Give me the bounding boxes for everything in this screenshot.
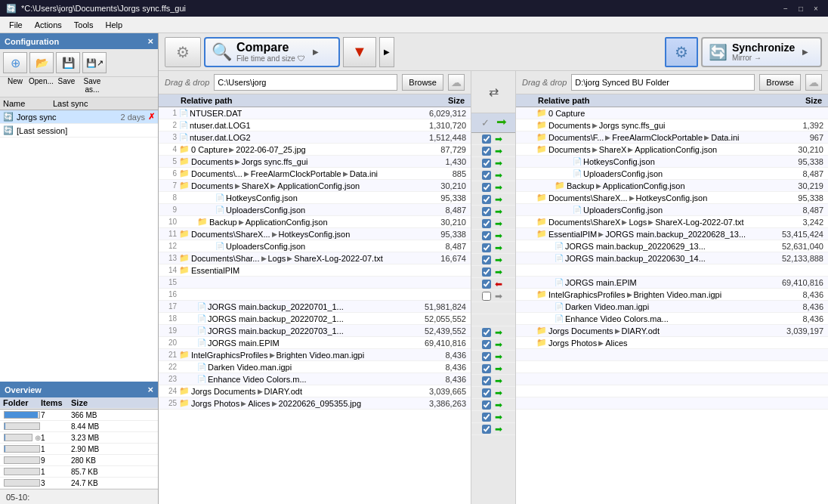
sync-checkbox[interactable] [482,243,491,252]
sync-checkbox[interactable] [482,219,491,228]
sync-arrow-button[interactable]: ➡ [493,158,505,169]
left-file-row[interactable]: 7 📁Documents▶ShareX▶ApplicationConfig.js… [159,180,471,192]
left-file-row[interactable]: 13 📁Documents\Shar...▶Logs▶ShareX-Log-20… [159,252,471,264]
sync-checkbox[interactable] [482,195,491,204]
sync-arrow-button[interactable]: ➡ [493,218,505,229]
right-file-row[interactable]: 📄UploadersConfig.json 8,487 [516,168,828,180]
left-file-row[interactable]: 6 📁Documents\...▶FreeAlarmClockPortable▶… [159,168,471,180]
left-cloud-button[interactable]: ☁ [448,74,465,91]
sync-checkbox[interactable] [482,340,491,349]
sync-arrow-button[interactable]: ➡ [493,327,505,338]
sync-checkbox[interactable] [482,267,491,277]
right-file-row[interactable] [516,373,828,385]
right-file-row[interactable]: 📁EssentialPIM▶JORGS main.backup_20220628… [516,228,828,240]
right-file-row[interactable]: 📁Documents\ShareX...▶HotkeysConfig.json … [516,192,828,204]
filter-button[interactable]: ▼ [343,37,376,67]
left-file-row[interactable]: 25 📁Jorgs Photos▶Alices▶20220626_095355.… [159,397,471,410]
left-file-row[interactable]: 21 📁IntelGraphicsProfiles▶Brighten Video… [159,349,471,361]
sync-checkbox[interactable] [482,159,491,168]
right-file-row[interactable] [516,361,828,373]
right-file-row[interactable]: 📁Jorgs Documents▶DIARY.odt 3,039,197 [516,325,828,337]
sync-arrow-button[interactable]: ➡ [493,170,505,181]
menu-help[interactable]: Help [100,19,129,31]
left-file-row[interactable]: 4 📁0 Capture▶2022-06-07_25.jpg 87,729 [159,144,471,156]
right-settings-button[interactable]: ⚙ [665,37,698,67]
sync-arrow-button[interactable]: ➡ [493,291,505,301]
left-file-row[interactable]: 9 📄UploadersConfig.json 8,487 [159,204,471,216]
left-file-row[interactable]: 3 📄ntuser.dat.LOG2 1,512,448 [159,131,471,144]
menu-tools[interactable]: Tools [68,19,100,31]
maximize-button[interactable]: □ [795,2,807,14]
left-file-row[interactable]: 2 📄ntuser.dat.LOG1 1,310,720 [159,119,471,131]
right-file-row[interactable] [516,349,828,361]
sync-checkbox[interactable] [482,231,491,240]
title-bar-controls[interactable]: − □ × [780,2,822,14]
right-file-row[interactable]: 📁Documents\F...▶FreeAlarmClockPortable▶D… [516,131,828,144]
open-button[interactable]: 📂 [29,52,54,73]
config-close-button[interactable]: × [147,36,153,47]
right-file-row[interactable]: 📁0 Capture [516,107,828,119]
sync-arrow-button[interactable]: ➡ [493,400,505,410]
left-file-row[interactable]: 17 📄JORGS main.backup_20220701_1... 51,9… [159,301,471,313]
close-button[interactable]: × [810,2,822,14]
sync-checkbox[interactable] [482,400,491,410]
left-file-row[interactable]: 16 [159,289,471,301]
right-file-row[interactable]: 📄JORGS main.backup_20220630_14... 52,133… [516,252,828,264]
switch-direction-icon[interactable]: ⇄ [489,85,499,99]
sync-checkbox[interactable] [482,425,491,434]
sync-checkbox[interactable] [482,280,491,289]
sync-arrow-button[interactable]: ➡ [493,267,505,277]
left-path-input[interactable] [214,74,397,91]
sync-checkbox[interactable] [482,328,491,337]
right-file-row[interactable]: 📁Documents▶ShareX▶ApplicationConfig.json… [516,144,828,156]
sync-arrow-button[interactable]: ⬅ [493,279,505,289]
left-settings-button[interactable]: ⚙ [165,37,201,67]
left-file-row[interactable]: 19 📄JORGS main.backup_20220703_1... 52,4… [159,325,471,337]
sync-checkbox[interactable] [482,147,491,156]
sync-checkbox[interactable] [482,352,491,361]
left-file-row[interactable]: 20 📄JORGS main.EPIM 69,410,816 [159,337,471,349]
sync-item-jorgs[interactable]: 🔄 Jorgs sync 2 days ✗ [0,110,158,124]
sync-arrow-button[interactable]: ➡ [493,424,505,434]
left-file-row[interactable]: 1 📄NTUSER.DAT 6,029,312 [159,107,471,119]
right-file-row[interactable] [516,385,828,397]
left-file-row[interactable]: 18 📄JORGS main.backup_20220702_1... 52,0… [159,313,471,325]
sync-item-last-session[interactable]: 🔄 [Last session] [0,124,158,138]
new-button[interactable]: ⊕ [3,52,27,73]
menu-file[interactable]: File [3,19,29,31]
right-browse-button[interactable]: Browse [759,74,801,91]
right-path-input[interactable] [571,74,755,91]
right-file-row[interactable]: 📁Jorgs Photos▶Alices [516,337,828,349]
sync-arrow-button[interactable]: ➡ [493,339,505,350]
sync-arrow-button[interactable]: ➡ [493,230,505,241]
overview-close-button[interactable]: × [147,384,153,395]
sync-arrow-button[interactable]: ➡ [493,412,505,422]
right-file-row[interactable]: 📄JORGS main.EPIM 69,410,816 [516,277,828,289]
sync-checkbox[interactable] [482,171,491,180]
sync-checkbox[interactable] [482,135,491,144]
left-file-row[interactable]: 15 [159,277,471,289]
left-file-row[interactable]: 8 📄HotkeysConfig.json 95,338 [159,192,471,204]
right-file-row[interactable]: 📄JORGS main.backup_20220629_13... 52,631… [516,240,828,252]
right-file-row[interactable]: 📄Darken Video.man.igpi 8,436 [516,301,828,313]
sync-arrow-button[interactable]: ➡ [493,351,505,362]
sync-arrow-button[interactable]: ➡ [493,243,505,253]
sync-arrow-button[interactable]: ➡ [493,255,505,265]
synchronize-button[interactable]: 🔄 Synchronize Mirror → ▶ [701,37,822,67]
left-file-row[interactable]: 14 📁EssentialPIM [159,264,471,277]
menu-actions[interactable]: Actions [29,19,68,31]
right-file-row[interactable]: 📁Documents▶Jorgs sync.ffs_gui 1,392 [516,119,828,131]
sync-arrow-button[interactable]: ➡ [493,182,505,193]
left-file-row[interactable]: 10 📁Backup▶ApplicationConfig.json 30,210 [159,216,471,228]
compare-button[interactable]: 🔍 Compare File time and size 🛡 ▶ [204,37,340,67]
sync-checkbox[interactable] [482,364,491,373]
right-file-row[interactable] [516,264,828,277]
right-cloud-button[interactable]: ☁ [805,74,822,91]
sync-arrow-button[interactable]: ➡ [493,206,505,217]
sync-checkbox[interactable] [482,207,491,216]
left-browse-button[interactable]: Browse [402,74,443,91]
sync-checkbox[interactable] [482,376,491,385]
sync-checkbox[interactable] [482,388,491,397]
sync-checkbox[interactable] [482,255,491,264]
right-file-row[interactable]: 📁IntelGraphicsProfiles▶Brighten Video.ma… [516,289,828,301]
